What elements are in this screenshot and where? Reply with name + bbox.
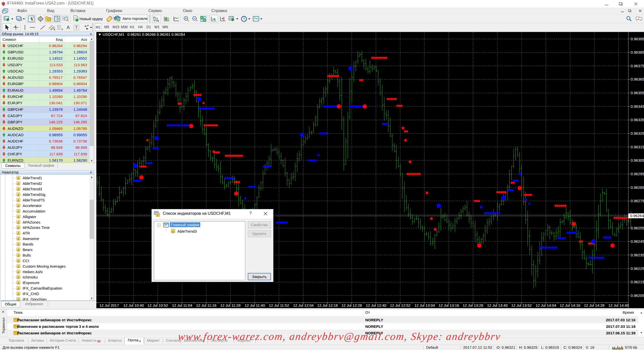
svg-text:0.96285: 0.96285 <box>631 185 644 190</box>
svg-text:12 Jul 14:40: 12 Jul 14:40 <box>608 303 629 307</box>
svg-text:0.96325: 0.96325 <box>631 131 644 135</box>
svg-text:0.96205: 0.96205 <box>631 293 644 298</box>
svg-text:0.96235: 0.96235 <box>631 253 644 257</box>
svg-text:0.96385: 0.96385 <box>631 50 644 54</box>
svg-text:0.96305: 0.96305 <box>631 158 644 162</box>
svg-text:0.96365: 0.96365 <box>631 77 644 81</box>
svg-text:A: A <box>67 25 70 30</box>
svg-text:0.96355: 0.96355 <box>631 91 644 95</box>
svg-text:F: F <box>62 28 63 31</box>
svg-text:0.96295: 0.96295 <box>631 172 644 176</box>
svg-text:0.96315: 0.96315 <box>631 145 644 149</box>
svg-text:0.96245: 0.96245 <box>631 239 644 243</box>
svg-text:0.96264: 0.96264 <box>630 214 644 218</box>
svg-text:0.96225: 0.96225 <box>631 266 644 271</box>
svg-text:0.96345: 0.96345 <box>631 104 644 109</box>
svg-text:0.96335: 0.96335 <box>631 118 644 122</box>
svg-text:T: T <box>75 25 78 30</box>
svg-text:0.96255: 0.96255 <box>631 226 644 230</box>
svg-text:0.96395: 0.96395 <box>631 37 644 41</box>
svg-text:0.96275: 0.96275 <box>631 199 644 203</box>
svg-text:USDCHF,M1 0.96261 0.96266 0.: USDCHF,M1 0.96261 0.96266 0.96261 0.9626… <box>103 32 185 37</box>
svg-text:0.96215: 0.96215 <box>631 280 644 284</box>
svg-text:0.96375: 0.96375 <box>631 64 644 68</box>
